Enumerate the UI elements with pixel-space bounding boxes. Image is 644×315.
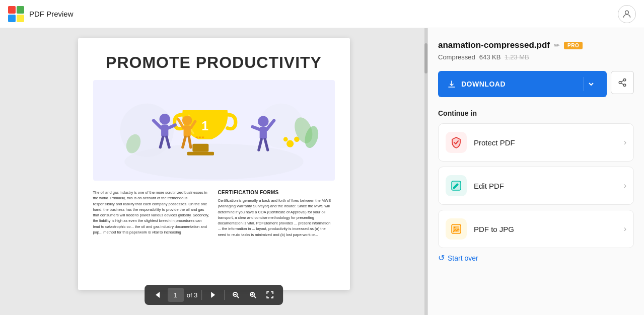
edit-pdf-label: Edit PDF <box>474 182 624 190</box>
svg-point-0 <box>625 11 629 14</box>
start-over-label: Start over <box>448 254 478 262</box>
protect-pdf-label: Protect PDF <box>474 138 624 147</box>
svg-point-8 <box>159 114 170 124</box>
edit-pdf-card[interactable]: Edit PDF › <box>438 167 634 205</box>
header-left: PDF Preview <box>8 6 74 22</box>
page-of-label: of 3 <box>187 291 198 299</box>
svg-point-26 <box>287 140 294 147</box>
pdf-viewer-area: PROMOTE PRODUCTIVITY <box>0 28 427 315</box>
pdf-illustration: 1 ★★★ <box>93 80 335 181</box>
pdf-to-jpg-label: PDF to JPG <box>474 225 624 233</box>
app-logo <box>8 6 24 22</box>
start-over-button[interactable]: ↺ Start over <box>438 253 634 263</box>
share-button[interactable] <box>611 71 634 94</box>
toolbar-separator-2 <box>224 290 225 300</box>
fit-page-button[interactable] <box>263 288 277 302</box>
svg-rect-9 <box>161 124 168 137</box>
edit-pdf-icon <box>446 175 467 196</box>
sidebar: anamation-compressed.pdf ✏ PRO Compresse… <box>427 28 644 315</box>
pdf-content-grid: The oil and gas industry is one of the m… <box>93 190 335 238</box>
pro-badge: PRO <box>564 42 583 49</box>
svg-line-44 <box>621 83 623 85</box>
app-title: PDF Preview <box>29 10 74 18</box>
prev-page-button[interactable] <box>151 288 165 302</box>
main-content: PROMOTE PRODUCTIVITY <box>0 28 644 315</box>
app-header: PDF Preview <box>0 0 644 28</box>
zoom-out-button[interactable] <box>229 288 243 302</box>
toolbar-separator <box>201 290 202 300</box>
svg-line-23 <box>252 127 259 129</box>
svg-rect-4 <box>192 144 208 152</box>
svg-point-41 <box>623 79 626 82</box>
svg-point-51 <box>454 227 456 228</box>
download-row: DOWNLOAD <box>438 71 634 97</box>
pdf-page-title: PROMOTE PRODUCTIVITY <box>93 53 335 72</box>
svg-point-43 <box>623 84 626 87</box>
pdf-to-jpg-chevron: › <box>624 224 626 233</box>
svg-line-38 <box>254 296 256 298</box>
svg-rect-5 <box>187 152 213 155</box>
file-size-original: 1.23 MB <box>505 53 529 61</box>
download-icon <box>447 80 456 89</box>
filename-row: anamation-compressed.pdf ✏ PRO <box>438 40 634 50</box>
pdf-right-text: CERTIFICATION FORMS Certification is gen… <box>218 190 335 238</box>
filename-text: anamation-compressed.pdf <box>438 40 550 50</box>
svg-marker-33 <box>211 292 215 298</box>
svg-text:★★★: ★★★ <box>195 135 204 139</box>
pdf-page: PROMOTE PRODUCTIVITY <box>78 38 350 290</box>
svg-point-14 <box>182 116 192 126</box>
svg-point-42 <box>619 82 621 84</box>
share-icon <box>618 78 627 87</box>
scrollbar-thumb[interactable] <box>424 43 427 73</box>
pdf-to-jpg-icon <box>446 218 467 240</box>
download-chevron-icon[interactable] <box>584 77 598 91</box>
file-meta: Compressed 643 KB 1.23 MB <box>438 53 634 61</box>
protect-pdf-card[interactable]: Protect PDF › <box>438 123 634 162</box>
file-size: 643 KB <box>479 53 501 61</box>
svg-rect-15 <box>183 125 190 137</box>
protect-pdf-chevron: › <box>624 138 626 147</box>
pdf-to-jpg-card[interactable]: PDF to JPG › <box>438 210 634 248</box>
pdf-left-text: The oil and gas industry is one of the m… <box>93 190 210 238</box>
svg-marker-32 <box>156 292 160 298</box>
edit-pdf-chevron: › <box>624 181 626 190</box>
compressed-label: Compressed <box>438 53 475 61</box>
user-avatar[interactable] <box>618 5 636 23</box>
svg-point-20 <box>258 116 268 127</box>
svg-text:1: 1 <box>201 119 208 133</box>
download-button[interactable]: DOWNLOAD <box>438 71 607 97</box>
page-number-input[interactable] <box>168 288 184 302</box>
svg-line-45 <box>621 81 623 82</box>
next-page-button[interactable] <box>206 288 220 302</box>
viewer-scrollbar[interactable] <box>424 28 427 315</box>
protect-pdf-icon <box>446 132 467 153</box>
zoom-in-button[interactable] <box>246 288 260 302</box>
svg-line-35 <box>237 296 239 298</box>
start-over-icon: ↺ <box>438 253 445 263</box>
edit-filename-icon[interactable]: ✏ <box>554 41 560 49</box>
continue-section-title: Continue in <box>438 109 634 117</box>
svg-line-19 <box>189 137 191 147</box>
svg-point-28 <box>283 137 288 141</box>
pdf-toolbar: of 3 <box>145 285 283 305</box>
